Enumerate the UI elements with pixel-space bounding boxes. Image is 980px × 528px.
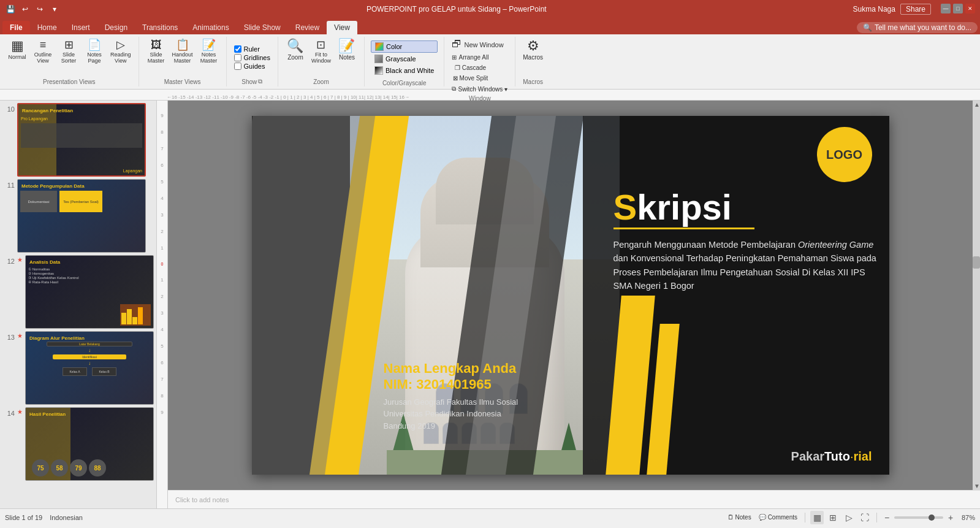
scrollbar-thumb[interactable] [973,256,980,269]
notes-status-button[interactable]: 🗒 Notes [725,513,754,522]
slide-thumb-10[interactable]: 10 Rancangan Penelitian Pro Lapangan Lap… [2,103,154,177]
new-window-icon: 🗗 [452,39,462,49]
window-controls: Sukma Naga Share — □ ✕ [853,4,975,15]
brand-rial: rial [853,450,872,463]
zoom-thumb[interactable] [929,515,935,521]
zoom-percentage[interactable]: 87% [958,514,975,521]
undo-button[interactable]: ↩ [20,4,31,15]
normal-view-button[interactable]: ▦ Normal [5,38,29,61]
student-nim: NIM: 3201401965 [384,377,518,392]
macros-button[interactable]: ⚙ Macros [520,38,545,62]
city-year: Bandung 2019 [384,420,518,432]
window-group: 🗗 New Window ⊞ Arrange All ❐ Cascade ⊠ M… [444,37,515,86]
content-area: LOGO Skripsi Pengaruh Menggunaan Metode … [168,101,980,508]
tab-file[interactable]: File [2,21,30,34]
guides-checkbox[interactable]: Guides [234,63,270,70]
tab-home[interactable]: Home [30,21,64,34]
slide-num-12: 12 [2,255,15,265]
slide-preview-11: Metode Pengumpulan Data Dokumentasi Tes … [17,179,146,253]
slide-preview-13: Diagram Alur Penelitian Latar Belakang ↓… [25,331,154,405]
zoom-minus-button[interactable]: − [882,513,892,522]
zoom-slider[interactable]: − + [882,513,955,522]
slide-sorter-status-button[interactable]: ⊞ [826,511,840,524]
slide-thumb-11[interactable]: 11 Metode Pengumpulan Data Dokumentasi T… [2,179,154,253]
tab-transitions[interactable]: Transitions [135,21,185,34]
tab-animations[interactable]: Animations [185,21,236,34]
tab-review[interactable]: Review [288,21,327,34]
arrange-all-button[interactable]: ⊞ Arrange All [449,53,491,62]
cascade-button[interactable]: ❐ Cascade [449,63,491,72]
presentation-views-group: ▦ Normal ≡ OutlineView ⊞ SlideSorter 📄 N… [0,37,139,86]
customize-button[interactable]: ▾ [49,4,60,15]
star-13: ★ [17,332,23,339]
slide-show-status-button[interactable]: ⛶ [858,511,872,524]
switch-windows-button[interactable]: ⧉ Switch Windows ▾ [449,84,510,94]
master-views-group: 🖼 SlideMaster 📋 HandoutMaster 📝 NotesMas… [139,37,227,86]
tell-me-input[interactable]: 🔍 Tell me what you want to do... [857,22,978,33]
language-indicator: Indonesian [50,514,83,521]
reading-view-status-button[interactable]: ▷ [842,511,856,524]
redo-button[interactable]: ↪ [34,4,45,15]
move-split-button[interactable]: ⊠ Move Split [449,74,491,83]
fit-to-window-button[interactable]: ⊡ Fit toWindow [309,38,333,65]
slide-canvas-wrapper[interactable]: LOGO Skripsi Pengaruh Menggunaan Metode … [168,101,973,490]
tab-design[interactable]: Design [97,21,135,34]
show-expand-icon[interactable]: ⧉ [258,78,262,85]
color-button[interactable]: Color [371,40,438,53]
vertical-scrollbar[interactable]: ▲ ▼ [973,101,980,490]
handout-master-button[interactable]: 📋 HandoutMaster [170,38,196,65]
outline-view-button[interactable]: ≡ OutlineView [31,38,55,65]
normal-label: Normal [8,54,26,60]
scroll-up-button[interactable]: ▲ [973,101,980,109]
zoom-track[interactable] [894,516,943,519]
normal-view-status-button[interactable]: ▦ [810,511,824,524]
reading-view-button[interactable]: ▷ ReadingView [108,38,134,65]
zoom-plus-button[interactable]: + [946,513,955,522]
slide-title: Skripsi [613,189,877,225]
close-button[interactable]: ✕ [965,4,975,13]
new-window-button[interactable]: 🗗 New Window [449,38,506,52]
maximize-button[interactable]: □ [953,4,963,13]
notes-area[interactable]: Click to add notes [168,490,980,508]
minimize-button[interactable]: — [941,4,951,13]
slide-thumb-14[interactable]: 14 ★ Hasil Penelitian 75 58 79 88 [2,407,154,481]
slide-preview-14: Hasil Penelitian 75 58 79 88 [25,407,154,481]
slide-thumb-13[interactable]: 13 ★ Diagram Alur Penelitian Latar Belak… [2,331,154,405]
grayscale-button[interactable]: Grayscale [371,53,438,64]
reading-view-label: ReadingView [110,52,131,64]
star-12: ★ [17,256,23,263]
tab-insert[interactable]: Insert [64,21,97,34]
slide-sorter-button[interactable]: ⊞ SlideSorter [56,38,81,65]
tab-view[interactable]: View [327,21,357,34]
show-checkboxes: Ruler Gridlines Guides [232,43,273,72]
share-button[interactable]: Share [900,4,931,15]
zoom-button[interactable]: 🔍 Zoom [283,38,308,62]
separator2 [876,513,877,522]
gold-separator [613,228,754,229]
notes-master-icon: 📝 [202,39,216,50]
slide-panel: 10 Rancangan Penelitian Pro Lapangan Lap… [0,101,157,508]
ribbon-view: ▦ Normal ≡ OutlineView ⊞ SlideSorter 📄 N… [0,34,980,90]
save-button[interactable]: 💾 [5,4,16,15]
notes-status-label: Notes [735,514,751,521]
scroll-down-button[interactable]: ▼ [973,482,980,490]
ribbon-tabs: File Home Insert Design Transitions Anim… [0,18,980,34]
notes-page-button[interactable]: 📄 NotesPage [82,38,107,65]
notes-master-button[interactable]: 📝 NotesMaster [197,38,221,65]
gridlines-checkbox[interactable]: Gridlines [234,54,270,61]
slide-master-button[interactable]: 🖼 SlideMaster [144,38,169,65]
slide-num-14: 14 [2,407,15,417]
slide-num-10: 10 [2,103,15,113]
black-white-button[interactable]: Black and White [371,65,438,76]
slide-thumb-12[interactable]: 12 ★ Analisis Data ① Normalitas ② Homoge… [2,255,154,329]
ruler-checkbox[interactable]: Ruler [234,45,270,53]
star-14: ★ [17,408,23,415]
comments-status-button[interactable]: 💬 Comments [756,513,800,522]
quick-access-toolbar: 💾 ↩ ↪ ▾ [5,4,60,15]
slide-preview-12: Analisis Data ① Normalitas ② Homogenitas… [25,255,154,329]
brand-tuto: Tuto [824,450,850,463]
tab-slideshow[interactable]: Slide Show [237,21,288,34]
brand-pakar: Pakar [791,450,825,463]
notes-zoom-button[interactable]: 📝 Notes [335,38,359,62]
fit-window-label: Fit toWindow [311,52,331,64]
